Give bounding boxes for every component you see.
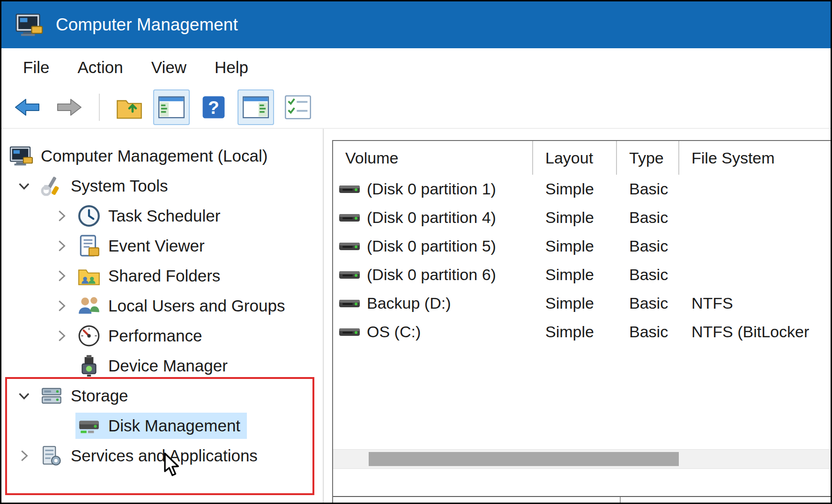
volume-type: Basic <box>617 323 679 341</box>
back-arrow-icon <box>14 95 40 119</box>
tree-item-label: Task Scheduler <box>108 207 220 225</box>
toolbar-separator <box>99 94 100 121</box>
column-header-type[interactable]: Type <box>617 141 679 175</box>
volume-row-disk-0-partition-6[interactable]: (Disk 0 partition 6)SimpleBasic <box>333 260 831 289</box>
horizontal-scrollbar-thumb[interactable] <box>369 452 679 466</box>
system-tools-icon <box>40 174 63 198</box>
column-header-layout[interactable]: Layout <box>533 141 617 175</box>
chevron-right-icon[interactable] <box>47 209 75 223</box>
chevron-down-icon[interactable] <box>10 389 38 403</box>
help-icon: ? <box>201 95 227 119</box>
tree-item-label: Performance <box>108 326 202 345</box>
console-tree-icon <box>158 95 185 119</box>
computer-management-window: Computer Management FileActionViewHelp ?… <box>0 0 832 504</box>
volume-type: Basic <box>617 180 679 198</box>
volume-name: Backup (D:) <box>367 294 451 312</box>
tree-item-label: Disk Management <box>108 416 240 435</box>
bottom-pane-divider <box>620 497 621 503</box>
chevron-right-icon[interactable] <box>47 239 75 253</box>
folder-up-icon <box>116 95 142 119</box>
volume-row-os-c[interactable]: OS (C:)SimpleBasicNTFS (BitLocker <box>333 318 831 346</box>
volume-row-disk-0-partition-5[interactable]: (Disk 0 partition 5)SimpleBasic <box>333 232 831 260</box>
volume-file-system: NTFS <box>679 294 831 312</box>
menubar: FileActionViewHelp <box>1 48 831 87</box>
performance-icon <box>77 324 101 348</box>
disk-management-icon <box>77 414 101 437</box>
volume-row-disk-0-partition-4[interactable]: (Disk 0 partition 4)SimpleBasic <box>333 203 831 232</box>
volume-layout: Simple <box>533 294 617 312</box>
table-body: (Disk 0 partition 1)SimpleBasic(Disk 0 p… <box>333 175 831 346</box>
tree-item-label: Event Viewer <box>108 237 205 255</box>
volume-name: (Disk 0 partition 1) <box>367 180 496 198</box>
column-header-volume[interactable]: Volume <box>333 141 533 175</box>
chevron-right-icon[interactable] <box>10 449 38 463</box>
customize-view-button[interactable] <box>280 89 316 125</box>
tree-item-computer-management-local[interactable]: Computer Management (Local) <box>1 141 323 171</box>
menu-action[interactable]: Action <box>63 53 137 82</box>
tree-item-event-viewer[interactable]: Event Viewer <box>1 231 323 261</box>
back-button[interactable] <box>9 89 45 125</box>
volume-layout: Simple <box>533 237 617 255</box>
titlebar: Computer Management <box>1 1 831 48</box>
tree-item-label: Computer Management (Local) <box>41 147 267 165</box>
volume-layout: Simple <box>533 323 617 341</box>
chevron-right-icon[interactable] <box>47 329 75 343</box>
task-scheduler-icon <box>77 204 101 228</box>
local-users-groups-icon <box>77 294 101 318</box>
event-viewer-icon <box>77 234 101 258</box>
volume-name: OS (C:) <box>367 323 421 341</box>
computer-management-app-icon <box>15 13 44 37</box>
volume-name: (Disk 0 partition 4) <box>367 208 496 227</box>
storage-icon <box>40 384 63 408</box>
checklist-icon <box>285 95 311 119</box>
volume-disk-icon <box>339 269 360 281</box>
tree-item-label: Storage <box>71 386 128 405</box>
volume-layout: Simple <box>533 266 617 284</box>
svg-text:?: ? <box>208 97 219 118</box>
tree-item-performance[interactable]: Performance <box>1 321 323 351</box>
tree-item-label: Device Manager <box>108 356 228 375</box>
show-console-tree-button[interactable] <box>153 89 190 125</box>
chevron-down-icon[interactable] <box>10 179 38 193</box>
menu-help[interactable]: Help <box>201 53 262 82</box>
table-header: VolumeLayoutTypeFile System <box>333 141 831 175</box>
volume-file-system: NTFS (BitLocker <box>679 323 831 341</box>
shared-folders-icon <box>77 264 101 288</box>
volume-type: Basic <box>617 237 679 255</box>
pane-splitter[interactable] <box>323 129 332 503</box>
menu-view[interactable]: View <box>137 53 201 82</box>
chevron-right-icon[interactable] <box>47 299 75 313</box>
tree-item-label: Shared Folders <box>108 267 220 285</box>
tree-item-storage[interactable]: Storage <box>1 381 323 411</box>
forward-button[interactable] <box>51 89 88 125</box>
tree-item-shared-folders[interactable]: Shared Folders <box>1 261 323 291</box>
help-button[interactable]: ? <box>195 89 232 125</box>
volume-type: Basic <box>617 208 679 227</box>
volume-disk-icon <box>339 212 360 224</box>
chevron-right-icon[interactable] <box>47 269 75 283</box>
tree-item-disk-management[interactable]: Disk Management <box>1 411 323 441</box>
horizontal-scrollbar[interactable] <box>333 449 831 469</box>
volume-row-disk-0-partition-1[interactable]: (Disk 0 partition 1)SimpleBasic <box>333 175 831 203</box>
tree-item-local-users-and-groups[interactable]: Local Users and Groups <box>1 291 323 321</box>
volume-list-pane: VolumeLayoutTypeFile System (Disk 0 part… <box>332 140 831 503</box>
volume-name: (Disk 0 partition 6) <box>367 266 496 284</box>
computer-icon <box>10 144 33 168</box>
show-action-pane-button[interactable] <box>238 89 274 125</box>
tree-item-services-and-applications[interactable]: Services and Applications <box>1 441 323 471</box>
volume-name: (Disk 0 partition 5) <box>367 237 496 255</box>
volume-disk-icon <box>339 326 360 338</box>
tree-item-system-tools[interactable]: System Tools <box>1 171 323 201</box>
volume-layout: Simple <box>533 180 617 198</box>
column-header-file-system[interactable]: File System <box>679 141 831 175</box>
tree-item-task-scheduler[interactable]: Task Scheduler <box>1 201 323 231</box>
volume-type: Basic <box>617 266 679 284</box>
console-tree-pane: Computer Management (Local)System ToolsT… <box>1 129 323 503</box>
menu-file[interactable]: File <box>9 53 63 82</box>
tree-item-label: Local Users and Groups <box>108 296 285 315</box>
up-folder-button[interactable] <box>111 89 148 125</box>
tree-item-device-manager[interactable]: Device Manager <box>1 351 323 381</box>
device-manager-icon <box>77 354 101 378</box>
volume-row-backup-d[interactable]: Backup (D:)SimpleBasicNTFS <box>333 289 831 318</box>
toolbar: ? <box>1 87 831 129</box>
